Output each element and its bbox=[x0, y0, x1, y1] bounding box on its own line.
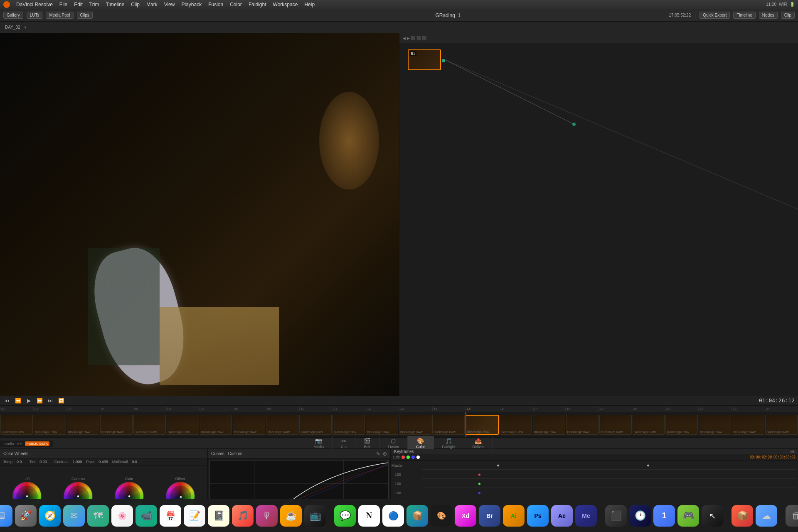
menu-playback[interactable]: Playback bbox=[178, 1, 204, 8]
dock-trash[interactable]: 🗑 bbox=[786, 505, 798, 527]
tint-value[interactable]: 0.00 bbox=[39, 460, 47, 464]
fast-forward-button[interactable]: ⏩ bbox=[36, 397, 43, 404]
menu-timeline[interactable]: Timeline bbox=[103, 1, 127, 8]
tab-color[interactable]: 🎨 Color bbox=[408, 436, 434, 451]
dock-facetime[interactable]: 📹 bbox=[135, 505, 157, 527]
timeline-button[interactable]: Timeline bbox=[733, 12, 755, 19]
menu-davinci[interactable]: DaVinci Resolve bbox=[13, 1, 56, 8]
rewind-button[interactable]: ⏪ bbox=[14, 397, 22, 404]
dock-photos[interactable]: 🌸 bbox=[111, 505, 133, 527]
menu-edit[interactable]: Edit bbox=[71, 1, 86, 8]
luts-button[interactable]: LUTs bbox=[27, 12, 43, 19]
dock-maps[interactable]: 🗺 bbox=[87, 505, 109, 527]
menu-color[interactable]: Color bbox=[227, 1, 245, 8]
dock-cloudmounter[interactable]: ☁ bbox=[756, 505, 777, 527]
menu-view[interactable]: View bbox=[161, 1, 178, 8]
dock-xd[interactable]: Xd bbox=[455, 505, 476, 527]
dock-dropbox[interactable]: 📦 bbox=[406, 505, 428, 527]
dock-bridge[interactable]: Br bbox=[479, 505, 500, 527]
timeline-clip-4[interactable]: Blackmagic RAW bbox=[100, 415, 133, 435]
dock-davinci[interactable]: ⬛ bbox=[605, 505, 627, 527]
quick-export-button[interactable]: Quick Export bbox=[699, 12, 730, 19]
dock-messages[interactable]: 💬 bbox=[334, 505, 356, 527]
dock-aftereffects[interactable]: Ae bbox=[551, 505, 573, 527]
tab-cut[interactable]: ✂ Cut bbox=[332, 436, 355, 451]
timeline-clip-21[interactable]: Blackmagic RAW bbox=[665, 415, 698, 435]
dock-figma[interactable]: 🎨 bbox=[431, 505, 452, 527]
dock-photoshop[interactable]: Ps bbox=[527, 505, 549, 527]
contrast-value[interactable]: 1.000 bbox=[73, 460, 82, 464]
dock-reminders[interactable]: 📝 bbox=[184, 505, 205, 527]
dock-launchpad[interactable]: 🚀 bbox=[15, 505, 37, 527]
timeline-clip-10[interactable]: Blackmagic RAW bbox=[299, 415, 332, 435]
timeline-clip-18[interactable]: Blackmagic RAW bbox=[566, 415, 598, 435]
kf-r-area[interactable] bbox=[422, 470, 797, 479]
gallery-button[interactable]: Gallery bbox=[3, 12, 23, 19]
timeline-clip-19[interactable]: Blackmagic RAW bbox=[599, 415, 632, 435]
temp-value[interactable]: 0.0 bbox=[17, 460, 22, 464]
next-clip-button[interactable]: ⏭ bbox=[47, 397, 54, 404]
tab-edit[interactable]: 🎬 Edit bbox=[355, 436, 379, 451]
dock-mediaencoder[interactable]: Me bbox=[575, 505, 597, 527]
clip-button[interactable]: Clip bbox=[781, 12, 795, 19]
timeline-clip-12[interactable]: Blackmagic RAW bbox=[366, 415, 398, 435]
dock-mail[interactable]: ✉ bbox=[63, 505, 85, 527]
timeline-clip-7[interactable]: Blackmagic RAW bbox=[200, 415, 232, 435]
tab-fusion[interactable]: ⬡ Fusion bbox=[379, 436, 408, 451]
keyframes-ab-label[interactable]: AB bbox=[790, 450, 795, 454]
timeline-clip-1[interactable]: Blackmagic RAW bbox=[0, 415, 33, 435]
tab-deliver[interactable]: 📤 Deliver bbox=[464, 436, 493, 451]
timeline-clip-17[interactable]: Blackmagic RAW bbox=[533, 415, 565, 435]
play-button[interactable]: ▶ bbox=[25, 397, 32, 404]
kf-g-area[interactable] bbox=[422, 480, 797, 488]
timeline-clip-15[interactable]: Blackmagic RAW bbox=[466, 415, 499, 435]
dock-music[interactable]: 🎵 bbox=[232, 505, 254, 527]
timeline-clip-8[interactable]: Blackmagic RAW bbox=[233, 415, 265, 435]
menu-clip[interactable]: Clip bbox=[128, 1, 143, 8]
dock-notes[interactable]: 📓 bbox=[208, 505, 229, 527]
kf-b-area[interactable] bbox=[422, 489, 797, 497]
node-clip[interactable]: B1 bbox=[408, 49, 441, 70]
dock-chrome[interactable]: 🔵 bbox=[382, 505, 404, 527]
dock-onethings[interactable]: 1 bbox=[653, 505, 675, 527]
dock-calendar[interactable]: JAN 📅 bbox=[160, 505, 181, 527]
menu-workspace[interactable]: Workspace bbox=[270, 1, 301, 8]
curves-pick-icon[interactable]: ⊕ bbox=[383, 451, 387, 457]
dock-finder[interactable]: 🖥 bbox=[0, 505, 12, 527]
timeline-clip-13[interactable]: Blackmagic RAW bbox=[399, 415, 431, 435]
timeline-clip-16[interactable]: Blackmagic RAW bbox=[500, 415, 532, 435]
dock-worldclock[interactable]: 🕐 bbox=[629, 505, 651, 527]
dock-sims[interactable]: 🎮 bbox=[677, 505, 699, 527]
dock-amphetamine[interactable]: ☕ bbox=[280, 505, 302, 527]
dock-appletv[interactable]: 📺 bbox=[304, 505, 326, 527]
menu-trim[interactable]: Trim bbox=[86, 1, 102, 8]
tab-fairlight[interactable]: 🎵 Fairlight bbox=[434, 436, 464, 451]
dock-safari[interactable]: 🧭 bbox=[39, 505, 61, 527]
timeline-clip-23[interactable]: Blackmagic RAW bbox=[732, 415, 764, 435]
menu-fusion[interactable]: Fusion bbox=[205, 1, 226, 8]
dock-podcasts[interactable]: 🎙 bbox=[256, 505, 278, 527]
prev-clip-button[interactable]: ⏮ bbox=[3, 397, 11, 404]
timeline-clip-5[interactable]: Blackmagic RAW bbox=[133, 415, 166, 435]
kf-track-master-area[interactable] bbox=[422, 461, 797, 470]
timeline-clip-3[interactable]: Blackmagic RAW bbox=[67, 415, 99, 435]
timeline-clip-9[interactable]: Blackmagic RAW bbox=[266, 415, 298, 435]
menu-fairlight[interactable]: Fairlight bbox=[246, 1, 269, 8]
timeline-clip-2[interactable]: Blackmagic RAW bbox=[34, 415, 66, 435]
mid-detail-value[interactable]: 0.0 bbox=[132, 460, 137, 464]
timeline-clip-6[interactable]: Blackmagic RAW bbox=[167, 415, 199, 435]
timeline-clip-11[interactable]: Blackmagic RAW bbox=[332, 415, 365, 435]
dock-cursor[interactable]: ↖ bbox=[702, 505, 723, 527]
menu-help[interactable]: Help bbox=[301, 1, 318, 8]
dock-notion[interactable]: N bbox=[358, 505, 380, 527]
timeline-clip-14[interactable]: Blackmagic RAW bbox=[432, 415, 465, 435]
node-area[interactable]: B1 bbox=[399, 43, 798, 424]
dock-archiver[interactable]: 📦 bbox=[732, 505, 753, 527]
nodes-button[interactable]: Nodes bbox=[759, 12, 778, 19]
media-pool-button[interactable]: Media Pool bbox=[46, 12, 73, 19]
clips-button[interactable]: Clips bbox=[77, 12, 93, 19]
tab-media[interactable]: 📷 Media bbox=[305, 436, 332, 451]
dock-illustrator[interactable]: Ai bbox=[503, 505, 525, 527]
menu-file[interactable]: File bbox=[57, 1, 70, 8]
timeline-clip-24[interactable]: Blackmagic RAW bbox=[765, 415, 798, 435]
